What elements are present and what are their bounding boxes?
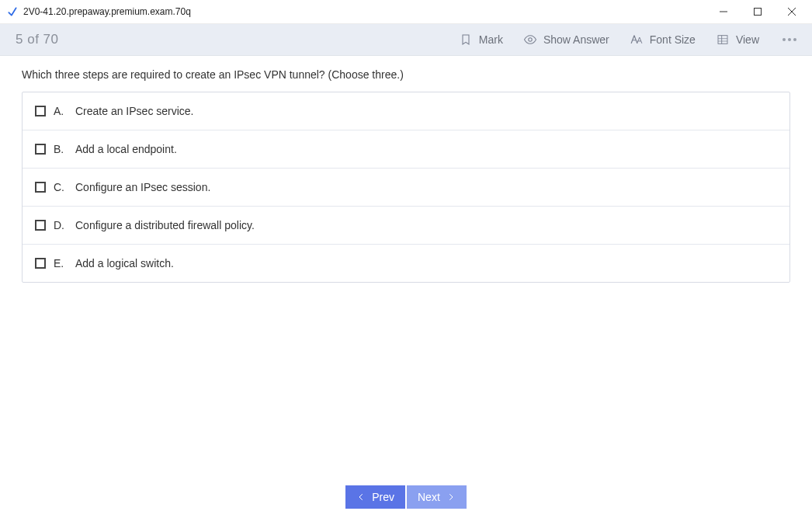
option-b[interactable]: B. Add a local endpoint. bbox=[23, 130, 789, 169]
svg-rect-1 bbox=[755, 9, 762, 16]
checkbox-icon[interactable] bbox=[35, 220, 46, 231]
show-answer-button[interactable]: Show Answer bbox=[523, 33, 609, 47]
view-button[interactable]: View bbox=[716, 33, 759, 47]
font-size-label: Font Size bbox=[650, 33, 696, 46]
option-text: Create an IPsec service. bbox=[75, 105, 194, 117]
titlebar-left: 2V0-41.20.prepaway.premium.exam.70q bbox=[6, 5, 191, 18]
svg-point-4 bbox=[529, 38, 533, 42]
option-letter: B. bbox=[54, 143, 68, 155]
svg-rect-5 bbox=[718, 36, 727, 44]
question-text: Which three steps are required to create… bbox=[22, 68, 790, 81]
dots-icon bbox=[783, 38, 786, 41]
option-c[interactable]: C. Configure an IPsec session. bbox=[23, 169, 789, 207]
question-progress: 5 of 70 bbox=[16, 32, 59, 47]
checkbox-icon[interactable] bbox=[35, 106, 46, 116]
window-minimize-button[interactable] bbox=[706, 0, 741, 23]
bookmark-icon bbox=[459, 33, 473, 47]
view-list-icon bbox=[716, 33, 730, 47]
toolbar-right: Mark Show Answer Font Size bbox=[459, 33, 800, 47]
next-button[interactable]: Next bbox=[407, 485, 467, 509]
prev-label: Prev bbox=[372, 491, 394, 503]
view-label: View bbox=[736, 33, 759, 46]
font-size-button[interactable]: Font Size bbox=[630, 33, 696, 47]
window-maximize-button[interactable] bbox=[741, 0, 775, 23]
font-size-icon bbox=[630, 33, 644, 47]
option-letter: D. bbox=[54, 219, 68, 231]
app-icon bbox=[6, 5, 19, 18]
option-text: Add a logical switch. bbox=[75, 257, 174, 269]
option-e[interactable]: E. Add a logical switch. bbox=[23, 245, 789, 282]
content-area: Which three steps are required to create… bbox=[0, 56, 812, 482]
option-letter: C. bbox=[54, 181, 68, 193]
checkbox-icon[interactable] bbox=[35, 144, 46, 155]
chevron-left-icon bbox=[356, 492, 366, 502]
mark-label: Mark bbox=[479, 33, 503, 46]
option-letter: E. bbox=[54, 257, 68, 269]
mark-button[interactable]: Mark bbox=[459, 33, 503, 47]
next-label: Next bbox=[418, 491, 440, 503]
checkbox-icon[interactable] bbox=[35, 182, 46, 193]
options-list: A. Create an IPsec service. B. Add a loc… bbox=[22, 92, 790, 283]
option-text: Add a local endpoint. bbox=[75, 143, 177, 155]
eye-icon bbox=[523, 33, 537, 47]
window-close-button[interactable] bbox=[775, 0, 809, 23]
option-d[interactable]: D. Configure a distributed firewall poli… bbox=[23, 207, 789, 245]
toolbar: 5 of 70 Mark Show Answer bbox=[0, 23, 812, 56]
more-options-button[interactable] bbox=[779, 33, 800, 46]
bottom-nav: Prev Next bbox=[0, 482, 812, 512]
window-title: 2V0-41.20.prepaway.premium.exam.70q bbox=[23, 6, 191, 17]
svg-rect-0 bbox=[720, 12, 727, 12]
show-answer-label: Show Answer bbox=[543, 33, 609, 46]
option-a[interactable]: A. Create an IPsec service. bbox=[23, 92, 789, 130]
checkbox-icon[interactable] bbox=[35, 258, 46, 269]
chevron-right-icon bbox=[446, 492, 456, 502]
option-text: Configure a distributed firewall policy. bbox=[75, 219, 255, 231]
window-titlebar: 2V0-41.20.prepaway.premium.exam.70q bbox=[0, 0, 812, 23]
option-text: Configure an IPsec session. bbox=[75, 181, 210, 193]
option-letter: A. bbox=[54, 105, 68, 117]
window-controls bbox=[706, 0, 809, 23]
scrollbar-track[interactable] bbox=[805, 61, 811, 371]
prev-button[interactable]: Prev bbox=[345, 485, 405, 509]
